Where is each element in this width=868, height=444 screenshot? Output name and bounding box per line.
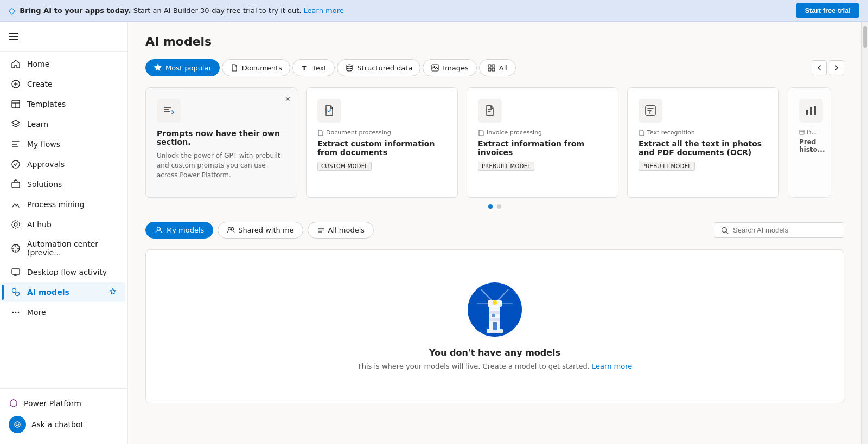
sidebar-learn-label: Learn	[27, 120, 48, 128]
carousel-dot-2[interactable]	[497, 204, 501, 209]
svg-point-22	[16, 423, 17, 424]
lighthouse-svg	[476, 287, 514, 333]
sidebar-footer: Power Platform Ask a chatbot	[0, 388, 127, 444]
sidebar-item-automation-center[interactable]: Automation center (previe...	[2, 235, 125, 262]
ai-models-icon	[11, 287, 21, 297]
promo-card-title: Prompts now have their own section.	[157, 129, 286, 146]
sidebar-item-home[interactable]: Home	[2, 54, 125, 74]
sidebar-solutions-label: Solutions	[27, 180, 62, 189]
search-ai-models-input[interactable]	[733, 226, 837, 234]
svg-rect-35	[810, 107, 812, 115]
search-ai-models-box[interactable]	[714, 222, 844, 238]
prompts-icon	[162, 104, 175, 117]
promo-close-button[interactable]: ×	[285, 94, 290, 104]
promo-card-icon	[157, 99, 181, 123]
approvals-icon	[11, 159, 21, 169]
solutions-icon	[11, 179, 21, 189]
model-filter-row: My models Shared with me All models	[145, 222, 844, 239]
tab-documents[interactable]: Documents	[222, 59, 290, 76]
star-icon	[154, 63, 162, 72]
plus-circle-icon	[11, 79, 21, 89]
template-icon	[11, 99, 21, 109]
automation-icon	[11, 243, 21, 253]
model-card-text-recognition[interactable]: T Text recognition Extract all the text …	[627, 87, 779, 198]
empty-state-title: You don't have any models	[157, 348, 833, 358]
sidebar-item-learn[interactable]: Learn	[2, 114, 125, 134]
sidebar-approvals-label: Approvals	[27, 160, 65, 169]
sidebar-item-desktop-flow[interactable]: Desktop flow activity	[2, 262, 125, 282]
small-doc-icon	[317, 130, 324, 136]
card-title: Extract information from invoices	[478, 139, 607, 157]
svg-rect-28	[488, 65, 491, 67]
sidebar-item-approvals[interactable]: Approvals	[2, 155, 125, 174]
tab-structured-data[interactable]: Structured data	[337, 59, 420, 76]
empty-state-panel: You don't have any models This is where …	[145, 249, 844, 403]
svg-point-40	[228, 228, 231, 230]
tab-images[interactable]: Images	[423, 59, 477, 76]
promo-card[interactable]: × Prompts now have their own section. Un…	[145, 87, 297, 198]
sidebar-item-ai-models[interactable]: AI models	[2, 282, 125, 302]
hamburger-menu[interactable]	[0, 26, 127, 47]
power-platform-label: Power Platform	[24, 399, 81, 408]
sidebar: Home Create Templates Learn My flows App	[0, 22, 128, 444]
scroll-thumb	[863, 26, 867, 48]
mining-icon	[11, 200, 21, 209]
svg-point-17	[16, 292, 20, 296]
small-doc-icon2	[478, 130, 484, 136]
filter-all-models-button[interactable]: All models	[308, 222, 374, 239]
power-platform-item[interactable]: Power Platform	[9, 395, 119, 411]
hamburger-icon	[9, 31, 18, 41]
svg-point-23	[18, 423, 19, 424]
partial-card-title: Pred histo...	[799, 138, 820, 153]
svg-rect-53	[492, 314, 495, 317]
sidebar-item-create[interactable]: Create	[2, 74, 125, 94]
document-icon	[230, 63, 239, 72]
right-scrollbar[interactable]	[861, 22, 868, 444]
sidebar-home-label: Home	[27, 60, 49, 68]
svg-point-41	[231, 228, 234, 230]
svg-point-16	[12, 289, 16, 293]
model-card-document-processing[interactable]: Document processing Extract custom infor…	[306, 87, 458, 198]
svg-point-54	[493, 300, 497, 305]
chatbot-avatar	[9, 416, 26, 433]
text-recognition-icon: T	[644, 104, 657, 117]
pin-icon[interactable]	[109, 288, 117, 297]
text-icon: T	[301, 63, 309, 72]
filter-my-models-button[interactable]: My models	[145, 222, 213, 239]
chart-icon	[805, 104, 818, 117]
sidebar-automation-label: Automation center (previe...	[27, 240, 117, 257]
ai-hub-icon	[11, 220, 21, 229]
carousel-dot-1[interactable]	[488, 204, 493, 209]
sidebar-item-more[interactable]: More	[2, 303, 125, 322]
sidebar-myflows-label: My flows	[27, 140, 60, 149]
card-title: Extract all the text in photos and PDF d…	[639, 139, 768, 157]
partial-card-icon	[799, 99, 823, 123]
start-free-trial-button[interactable]: Start free trial	[796, 3, 859, 18]
sidebar-templates-label: Templates	[27, 100, 66, 108]
card-badge: PREBUILT MODEL	[478, 162, 534, 171]
svg-rect-37	[800, 130, 804, 134]
sidebar-item-templates[interactable]: Templates	[2, 94, 125, 114]
empty-state-learn-more-link[interactable]: Learn more	[592, 362, 632, 370]
sidebar-item-ai-hub[interactable]: AI hub	[2, 215, 125, 234]
sidebar-item-process-mining[interactable]: Process mining	[2, 195, 125, 214]
flows-icon	[11, 139, 21, 149]
tab-all[interactable]: All	[479, 59, 516, 76]
sidebar-item-my-flows[interactable]: My flows	[2, 134, 125, 154]
tab-text[interactable]: T Text	[292, 59, 335, 76]
tab-most-popular[interactable]: Most popular	[145, 59, 220, 76]
carousel-next-button[interactable]	[829, 60, 844, 75]
data-icon	[345, 63, 354, 72]
model-card-invoice-processing[interactable]: Invoice processing Extract information f…	[467, 87, 618, 198]
carousel-prev-button[interactable]	[812, 60, 827, 75]
banner-learn-more-link[interactable]: Learn more	[304, 7, 344, 15]
sidebar-desktopflow-label: Desktop flow activity	[27, 268, 107, 276]
card-badge: PREBUILT MODEL	[639, 162, 695, 171]
ask-chatbot-item[interactable]: Ask a chatbot	[9, 411, 119, 437]
sidebar-item-solutions[interactable]: Solutions	[2, 175, 125, 194]
model-card-partial: Pr... Pred histo...	[788, 87, 831, 198]
svg-line-46	[726, 231, 729, 234]
filter-shared-with-me-button[interactable]: Shared with me	[218, 222, 303, 239]
svg-point-12	[12, 221, 20, 228]
lighthouse-illustration	[468, 282, 522, 337]
